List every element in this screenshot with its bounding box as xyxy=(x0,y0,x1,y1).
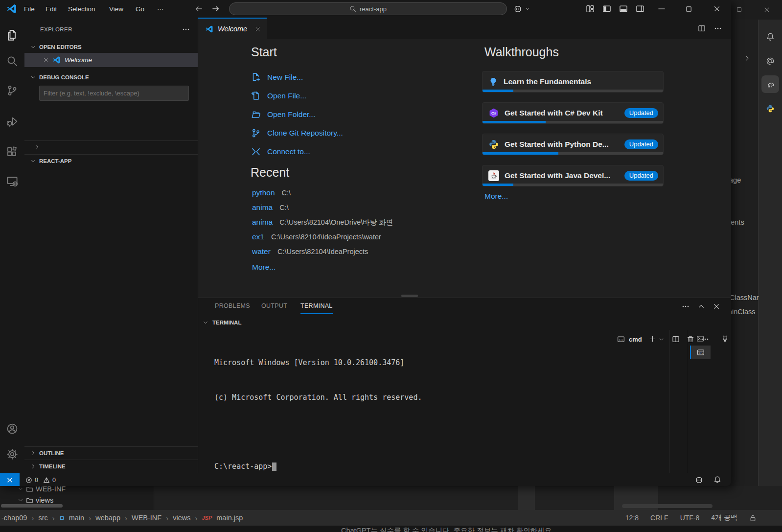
walkthrough-learn-fundamentals[interactable]: Learn the Fundamentals xyxy=(482,71,664,93)
bg-tree-item-views[interactable]: views xyxy=(18,496,53,504)
menu-view[interactable]: View xyxy=(105,0,128,18)
recent-name[interactable]: python xyxy=(252,188,275,197)
plug-attach-icon[interactable] xyxy=(721,335,729,342)
explorer-icon[interactable] xyxy=(6,29,18,41)
bg-bell-icon[interactable] xyxy=(766,32,775,41)
chevron-down-icon[interactable] xyxy=(203,320,208,325)
history-forward-icon[interactable] xyxy=(211,4,220,13)
panel-close-icon[interactable] xyxy=(713,302,720,310)
panel-resize-grip[interactable] xyxy=(401,295,418,297)
tab-close-icon[interactable] xyxy=(254,26,261,32)
bg-maximize-icon[interactable] xyxy=(736,6,742,13)
toggle-secondary-sidebar-icon[interactable] xyxy=(636,4,644,13)
encoding-indicator[interactable]: UTF-8 xyxy=(680,514,700,522)
cursor-position[interactable]: 12:8 xyxy=(625,514,639,522)
menu-go[interactable]: Go xyxy=(131,0,149,18)
bg-horizontal-scrollbar[interactable] xyxy=(622,504,713,508)
walkthroughs-more-link[interactable]: More... xyxy=(484,192,508,201)
open-editor-item-welcome[interactable]: Welcome xyxy=(24,53,198,67)
customize-layout-icon[interactable] xyxy=(586,4,595,13)
remote-explorer-icon[interactable] xyxy=(6,175,18,187)
bg-at-spiral-icon[interactable] xyxy=(766,57,775,66)
section-collapsed[interactable] xyxy=(24,141,198,153)
panel-maximize-icon[interactable] xyxy=(697,302,705,310)
indent-indicator[interactable]: 4개 공백 xyxy=(711,513,737,522)
section-react-app[interactable]: REACT-APP xyxy=(24,155,198,167)
panel-more-actions-icon[interactable] xyxy=(682,302,690,310)
split-editor-icon[interactable] xyxy=(698,24,706,32)
panel-tab-problems[interactable]: PROBLEMS xyxy=(215,298,250,314)
breadcrumb-item[interactable]: WEB-INF xyxy=(132,514,161,522)
menu-overflow[interactable]: ⋯ xyxy=(153,0,168,18)
start-clone-repo[interactable]: Clone Git Repository... xyxy=(251,124,343,142)
bg-python-ext-icon[interactable] xyxy=(766,104,775,113)
walkthrough-java[interactable]: Get Started with Java Devel... Updated xyxy=(482,165,664,186)
panel-tab-output[interactable]: OUTPUT xyxy=(261,298,287,314)
run-debug-icon[interactable] xyxy=(6,116,18,127)
recent-more-link[interactable]: More... xyxy=(252,263,276,272)
start-open-folder[interactable]: Open Folder... xyxy=(251,105,343,124)
copilot-icon[interactable] xyxy=(513,4,522,13)
menu-file[interactable]: File xyxy=(20,0,39,18)
debug-filter-input[interactable] xyxy=(39,86,189,101)
recent-item[interactable]: ex1 C:\Users\82104\IdeaProjects\water xyxy=(252,232,393,247)
menu-edit[interactable]: Edit xyxy=(41,0,61,18)
copilot-status-icon[interactable] xyxy=(695,476,703,484)
bg-gradle-elephant-icon[interactable] xyxy=(766,80,775,89)
breadcrumb-item[interactable]: views xyxy=(173,514,190,522)
recent-item[interactable]: anima C:\Users\82104\OneDrive\바탕 화면 xyxy=(252,218,393,232)
panel-tab-terminal[interactable]: TERMINAL xyxy=(300,298,333,314)
account-icon[interactable] xyxy=(6,423,18,435)
close-icon[interactable] xyxy=(713,5,721,13)
recent-item[interactable]: water C:\Users\82104\IdeaProjects xyxy=(252,247,393,262)
recent-name[interactable]: anima xyxy=(252,203,273,212)
recent-name[interactable]: anima xyxy=(252,218,273,227)
breadcrumb[interactable]: -chap09 › src › main › webapp › WEB-INF … xyxy=(0,514,243,522)
breadcrumb-item[interactable]: main.jsp xyxy=(216,514,243,522)
bg-tree-item-webinf[interactable]: WEB-INF xyxy=(18,485,66,493)
history-back-icon[interactable] xyxy=(194,4,203,13)
unlock-icon[interactable] xyxy=(749,514,757,522)
terminal-output[interactable]: Microsoft Windows [Version 10.0.26100.34… xyxy=(214,334,422,486)
start-open-file[interactable]: Open File... xyxy=(251,87,343,105)
extensions-icon[interactable] xyxy=(6,146,18,158)
close-icon[interactable] xyxy=(43,57,48,63)
breadcrumb-item[interactable]: -chap09 xyxy=(1,514,27,522)
bg-sidebar-scrollbar[interactable] xyxy=(1,504,63,508)
split-terminal-icon[interactable] xyxy=(672,335,680,343)
start-connect-to[interactable]: Connect to... xyxy=(251,142,343,161)
bg-close-icon[interactable] xyxy=(763,6,770,13)
breadcrumb-item[interactable]: webapp xyxy=(95,514,120,522)
command-center-search[interactable]: react-app xyxy=(229,2,507,15)
section-outline[interactable]: OUTLINE xyxy=(24,447,198,459)
recent-item[interactable]: python C:\ xyxy=(252,188,393,203)
notifications-bell-icon[interactable] xyxy=(713,476,721,484)
chevron-down-icon[interactable] xyxy=(525,6,530,12)
problems-status[interactable]: 0 0 xyxy=(25,473,56,486)
walkthrough-python[interactable]: Get Started with Python De... Updated xyxy=(482,134,664,155)
source-control-icon[interactable] xyxy=(6,85,18,96)
walkthrough-csharp[interactable]: Get Started with C# Dev Kit Updated xyxy=(482,102,664,124)
eol-indicator[interactable]: CRLF xyxy=(650,514,668,522)
recent-item[interactable]: anima C:\ xyxy=(252,203,393,218)
toggle-panel-icon[interactable] xyxy=(619,4,628,13)
recent-name[interactable]: water xyxy=(252,247,271,256)
chevron-down-icon[interactable] xyxy=(659,337,664,342)
start-new-file[interactable]: New File... xyxy=(251,68,343,87)
section-debug-console[interactable]: DEBUG CONSOLE xyxy=(24,71,198,83)
remote-indicator[interactable] xyxy=(0,473,20,486)
tab-welcome[interactable]: Welcome xyxy=(198,18,267,39)
maximize-icon[interactable] xyxy=(685,5,692,13)
bg-chevron-right-icon[interactable] xyxy=(744,55,751,62)
recent-name[interactable]: ex1 xyxy=(252,232,264,241)
search-sidebar-icon[interactable] xyxy=(6,55,18,67)
section-open-editors[interactable]: OPEN EDITORS xyxy=(24,41,198,53)
toggle-sidebar-icon[interactable] xyxy=(602,4,611,13)
section-timeline[interactable]: TIMELINE xyxy=(24,460,198,472)
breadcrumb-item[interactable]: src xyxy=(38,514,47,522)
terminal-tab-powershell[interactable] xyxy=(690,332,711,346)
new-terminal-icon[interactable] xyxy=(649,335,656,343)
menu-selection[interactable]: Selection xyxy=(64,0,100,18)
settings-gear-icon[interactable] xyxy=(6,448,18,460)
terminal-tab-cmd[interactable] xyxy=(690,346,711,359)
